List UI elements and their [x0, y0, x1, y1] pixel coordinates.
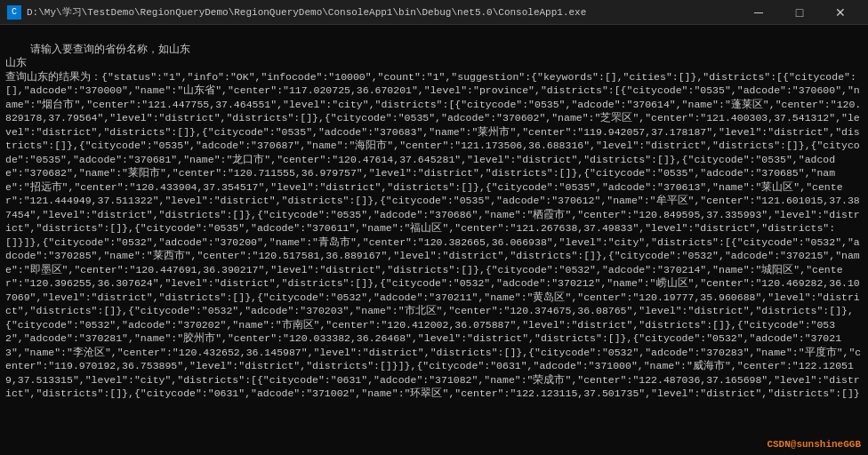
app-icon-letter: C [12, 7, 17, 17]
minimize-button[interactable]: ─ [738, 0, 779, 25]
watermark: CSDN@sunshineGGB [767, 439, 861, 450]
close-button[interactable]: ✕ [820, 0, 861, 25]
prompt-text: 请输入要查询的省份名称，如山东 [30, 44, 190, 55]
title-bar: C D:\My\学习\TestDemo\RegionQueryDemo\Regi… [0, 0, 868, 25]
input-text: 山东 [5, 57, 27, 68]
app-icon: C [7, 5, 21, 20]
output-text: 查询山东的结果为：{"status":"1","info":"OK","info… [5, 71, 861, 400]
maximize-button[interactable]: □ [779, 0, 820, 25]
title-bar-controls: ─ □ ✕ [738, 0, 861, 25]
console-output: 请输入要查询的省份名称，如山东 山东 查询山东的结果为：{"status":"1… [0, 25, 868, 455]
console-window: C D:\My\学习\TestDemo\RegionQueryDemo\Regi… [0, 0, 868, 455]
title-bar-text: D:\My\学习\TestDemo\RegionQueryDemo\Region… [27, 5, 738, 19]
